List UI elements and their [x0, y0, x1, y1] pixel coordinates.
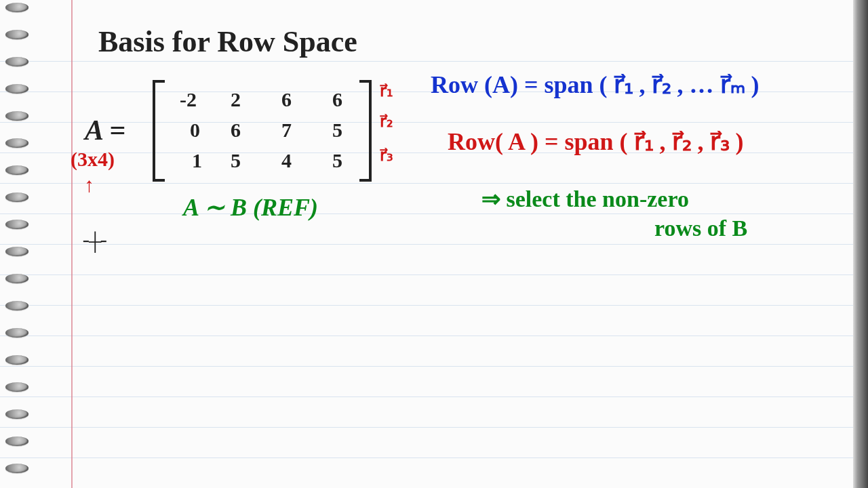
matrix-label-A-equals: A = [85, 114, 125, 146]
page-right-edge [853, 0, 868, 488]
matrix-cell: -2 [180, 88, 197, 111]
row-space-general-formula: Row (A) = span ( r⃗₁ , r⃗₂ , … r⃗ₘ ) [431, 70, 760, 99]
notebook-page: Basis for Row Space A = (3x4) ↑ -2 2 6 6… [0, 0, 868, 488]
margin-line [71, 0, 73, 488]
matrix-cell: 4 [281, 149, 292, 172]
matrix-cell: 7 [281, 119, 292, 142]
row-space-specific-formula: Row( A ) = span ( r⃗₁ , r⃗₂ , r⃗₃ ) [448, 127, 744, 156]
matrix-cell: 1 [192, 149, 202, 172]
row-vector-label: r⃗₁ [380, 81, 393, 100]
spiral-binding [0, 0, 34, 488]
arrow-up-icon: ↑ [84, 174, 94, 197]
pen-cursor-icon: ╶┼╴ [78, 239, 112, 245]
row-vector-label: r⃗₂ [380, 112, 393, 131]
ref-instruction-line2: rows of B [654, 216, 747, 241]
matrix-right-bracket-icon [359, 80, 372, 182]
matrix-cell: 6 [281, 88, 292, 111]
matrix-cell: 5 [332, 119, 342, 142]
row-vector-label: r⃗₃ [380, 146, 393, 165]
ref-instruction-line1: ⇒ select the non-zero [481, 185, 689, 212]
matrix-cell: 2 [231, 88, 241, 111]
matrix-cell: 5 [332, 149, 342, 172]
page-title: Basis for Row Space [98, 24, 357, 59]
matrix-cell: 6 [231, 119, 241, 142]
ref-equivalence: A ∼ B (REF) [183, 193, 318, 222]
matrix-cell: 6 [332, 88, 342, 111]
matrix-cell: 5 [231, 149, 241, 172]
matrix-cell: 0 [190, 119, 200, 142]
matrix-dimensions: (3x4) [71, 148, 115, 171]
matrix-left-bracket-icon [153, 80, 165, 182]
